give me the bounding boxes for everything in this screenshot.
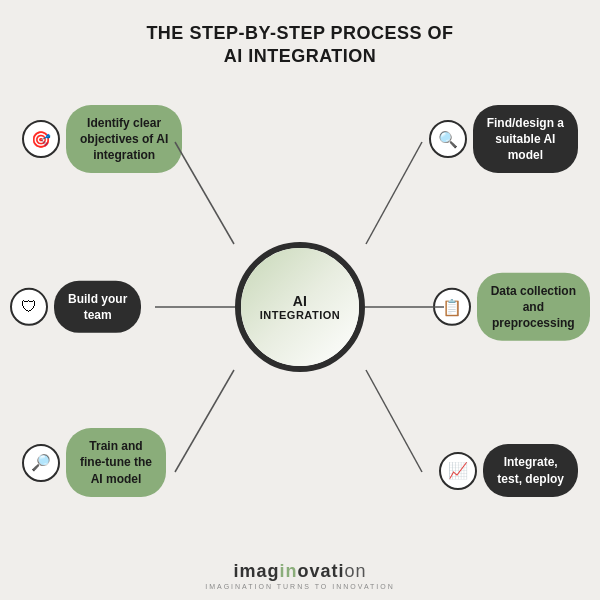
diagram: AI INTEGRATION Identify clearobjectives … xyxy=(0,77,600,537)
center-subtitle: INTEGRATION xyxy=(260,309,340,321)
svg-line-4 xyxy=(175,370,234,472)
logo: imaginovation xyxy=(233,561,366,582)
center-title: AI xyxy=(293,293,308,309)
page-title: THE STEP-BY-STEP PROCESS OF AI INTEGRATI… xyxy=(146,22,453,69)
svg-line-0 xyxy=(175,142,234,244)
title-line1: THE STEP-BY-STEP PROCESS OF xyxy=(146,23,453,43)
svg-line-1 xyxy=(366,142,422,244)
title-line2: AI INTEGRATION xyxy=(224,46,377,66)
footer: imaginovation IMAGINATION TURNS TO INNOV… xyxy=(205,561,395,590)
page: THE STEP-BY-STEP PROCESS OF AI INTEGRATI… xyxy=(0,0,600,600)
center-circle: AI INTEGRATION xyxy=(235,242,365,372)
svg-line-5 xyxy=(366,370,422,472)
logo-tagline: IMAGINATION TURNS TO INNOVATION xyxy=(205,583,395,590)
